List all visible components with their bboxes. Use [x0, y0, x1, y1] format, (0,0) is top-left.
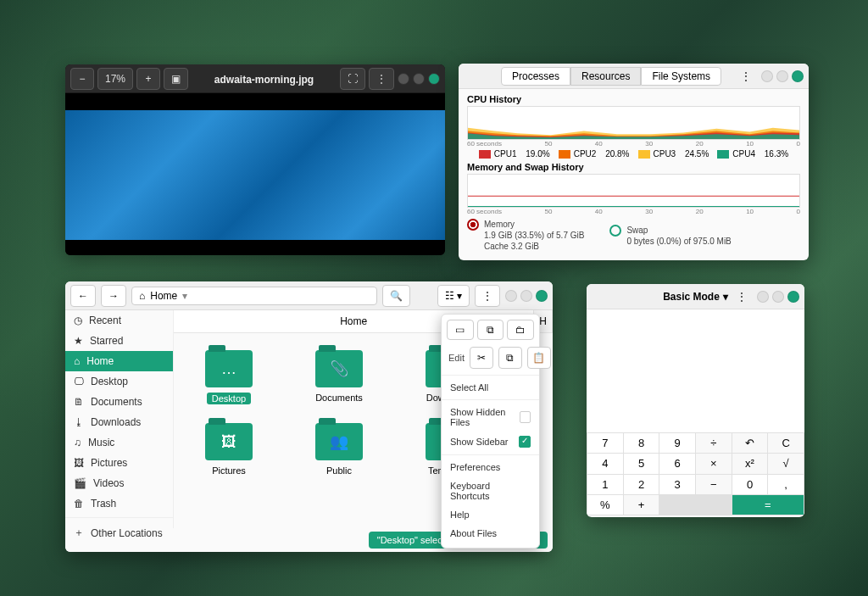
- close-icon[interactable]: [536, 290, 548, 302]
- files-menu-button[interactable]: ⋮: [475, 285, 500, 307]
- new-tab-button[interactable]: ⧉: [477, 320, 504, 340]
- viewer-menu-button[interactable]: ⋮: [369, 68, 394, 90]
- key-1[interactable]: 1: [587, 475, 623, 494]
- zoom-out-button[interactable]: −: [70, 68, 94, 90]
- tab-processes[interactable]: Processes: [501, 67, 570, 86]
- memory-line1: 1.9 GiB (33.5%) of 5.7 GiB: [484, 230, 584, 241]
- show-sidebar-item[interactable]: Show Sidebar: [447, 432, 534, 452]
- sidebar-item-recent[interactable]: ◷Recent: [65, 310, 173, 331]
- view-mode-button[interactable]: ☷ ▾: [437, 285, 470, 307]
- key-7[interactable]: 7: [587, 433, 623, 453]
- key-4[interactable]: 4: [587, 454, 623, 473]
- new-window-button[interactable]: ▭: [447, 320, 474, 340]
- sidebar-item-other-locations[interactable]: ＋Other Locations: [65, 521, 173, 544]
- folder-documents[interactable]: 📎Documents: [301, 350, 377, 404]
- videos-icon: 🎬: [74, 477, 86, 489]
- maximize-icon[interactable]: [520, 290, 532, 302]
- image-viewer-window: − 17% + ▣ adwaita-morning.jpg ⛶ ⋮: [65, 64, 445, 255]
- minimize-icon[interactable]: [761, 70, 773, 82]
- files-window-controls: [505, 290, 548, 302]
- key-sqrt[interactable]: √: [768, 454, 804, 473]
- calc-display[interactable]: [587, 309, 804, 432]
- search-button[interactable]: 🔍: [382, 285, 410, 307]
- paste-button[interactable]: 📋: [527, 347, 551, 369]
- key-2[interactable]: 2: [624, 475, 659, 494]
- calc-mode-selector[interactable]: Basic Mode ▾: [663, 291, 728, 303]
- key-comma[interactable]: ,: [768, 475, 804, 494]
- cut-button[interactable]: ✂: [470, 347, 493, 369]
- tab-filesystems[interactable]: File Systems: [641, 67, 721, 86]
- maximize-icon[interactable]: [776, 70, 788, 82]
- help-item[interactable]: Help: [447, 505, 534, 524]
- zoom-fit-button[interactable]: ▣: [164, 68, 188, 90]
- key-square[interactable]: x²: [732, 454, 768, 473]
- sidebar-item-downloads[interactable]: ⭳Downloads: [65, 412, 173, 432]
- key-undo[interactable]: ↶: [732, 433, 768, 453]
- sidebar-item-desktop[interactable]: 🖵Desktop: [65, 371, 173, 392]
- zoom-level[interactable]: 17%: [97, 68, 133, 90]
- image-canvas[interactable]: [65, 93, 445, 255]
- folder-public[interactable]: 👥Public: [301, 423, 377, 476]
- minimize-icon[interactable]: [398, 73, 409, 85]
- folder-pictures[interactable]: 🖼Pictures: [191, 423, 267, 476]
- key-0[interactable]: 0: [732, 475, 768, 494]
- files-titlebar: ← → ⌂ Home ▾ 🔍 ☷ ▾ ⋮: [65, 281, 553, 310]
- key-multiply[interactable]: ×: [696, 454, 732, 473]
- key-percent[interactable]: %: [587, 495, 623, 515]
- shortcuts-item[interactable]: Keyboard Shortcuts: [447, 476, 534, 505]
- close-icon[interactable]: [428, 73, 440, 85]
- home-icon: ⌂: [74, 355, 80, 367]
- calculator-window: Basic Mode ▾ ⋮ 789÷↶C456×x²√123−0,%+=: [587, 284, 804, 517]
- preferences-item[interactable]: Preferences: [447, 458, 534, 476]
- maximize-icon[interactable]: [772, 291, 784, 303]
- new-folder-button[interactable]: 🗀: [507, 320, 534, 340]
- checkbox-off-icon[interactable]: [520, 411, 531, 423]
- sidebar-item-videos[interactable]: 🎬Videos: [65, 473, 173, 493]
- chevron-down-icon: ▾: [182, 290, 187, 302]
- go-forward-button[interactable]: →: [101, 285, 126, 307]
- tab-resources[interactable]: Resources: [570, 67, 641, 86]
- sidebar-item-pictures[interactable]: 🖼Pictures: [65, 453, 173, 473]
- key-clear[interactable]: C: [768, 433, 804, 453]
- swap-icon: [609, 225, 621, 237]
- mem-history-title: Memory and Swap History: [467, 162, 800, 172]
- about-item[interactable]: About Files: [447, 524, 534, 543]
- key-5[interactable]: 5: [624, 454, 659, 473]
- key-6[interactable]: 6: [659, 454, 695, 473]
- mem-swap-row: Memory 1.9 GiB (33.5%) of 5.7 GiB Cache …: [467, 219, 800, 252]
- fullscreen-button[interactable]: ⛶: [340, 68, 365, 90]
- calc-menu-button[interactable]: ⋮: [730, 286, 754, 308]
- sidebar-item-documents[interactable]: 🗎Documents: [65, 392, 173, 412]
- pathbar[interactable]: ⌂ Home ▾: [131, 287, 377, 305]
- maximize-icon[interactable]: [413, 73, 425, 85]
- select-all-item[interactable]: Select All: [447, 378, 534, 397]
- go-back-button[interactable]: ←: [70, 285, 96, 307]
- folder-icon: 🖼: [205, 423, 253, 460]
- key-3[interactable]: 3: [659, 475, 695, 494]
- copy-button[interactable]: ⧉: [498, 347, 522, 369]
- monitor-menu-button[interactable]: ⋮: [734, 65, 758, 87]
- key-8[interactable]: 8: [624, 433, 659, 453]
- desktop-icon: 🖵: [74, 376, 84, 387]
- key-plus[interactable]: +: [624, 495, 659, 515]
- checkbox-on-icon[interactable]: [519, 436, 531, 448]
- minimize-icon[interactable]: [505, 290, 517, 302]
- image-viewer-titlebar: − 17% + ▣ adwaita-morning.jpg ⛶ ⋮: [65, 64, 445, 93]
- close-icon[interactable]: [792, 70, 804, 82]
- starred-icon: ★: [74, 335, 83, 347]
- cpu1-swatch: [479, 150, 491, 159]
- sidebar-item-starred[interactable]: ★Starred: [65, 331, 173, 351]
- key-divide[interactable]: ÷: [696, 433, 732, 453]
- key-9[interactable]: 9: [659, 433, 695, 453]
- zoom-in-button[interactable]: +: [136, 68, 160, 90]
- key-minus[interactable]: −: [696, 475, 732, 494]
- folder-desktop[interactable]: …Desktop: [191, 350, 267, 404]
- minimize-icon[interactable]: [757, 291, 769, 303]
- sidebar-item-trash[interactable]: 🗑Trash: [65, 493, 173, 514]
- show-hidden-item[interactable]: Show Hidden Files: [447, 403, 534, 432]
- swap-label: Swap: [626, 225, 731, 236]
- sidebar-item-music[interactable]: ♫Music: [65, 432, 173, 453]
- sidebar-item-home[interactable]: ⌂Home: [65, 351, 173, 371]
- key-equals[interactable]: =: [732, 495, 804, 515]
- close-icon[interactable]: [787, 291, 799, 303]
